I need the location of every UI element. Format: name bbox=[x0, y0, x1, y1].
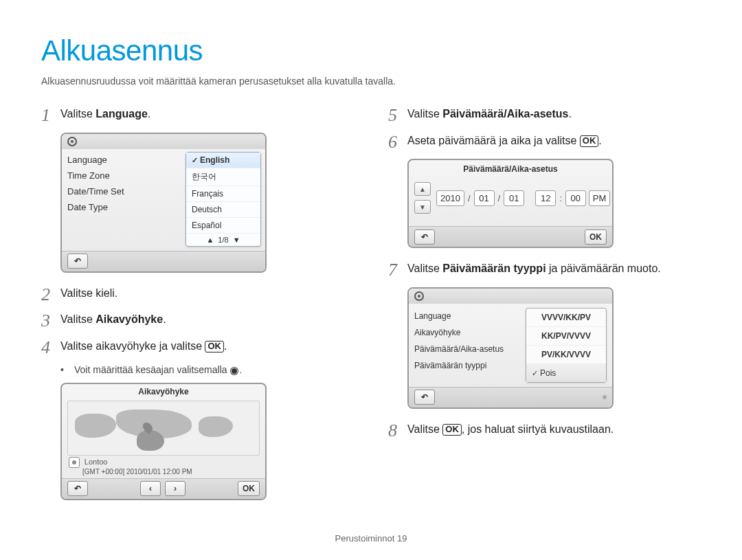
step-4-bullet-label: Voit määrittää kesäajan valitsemalla bbox=[74, 364, 229, 375]
menu-item-datetype[interactable]: Date Type bbox=[67, 199, 186, 215]
step-3-prefix: Valitse bbox=[60, 313, 95, 325]
step-1-prefix: Valitse bbox=[60, 108, 95, 120]
hour-field[interactable]: 12 bbox=[535, 190, 556, 206]
time-sep: : bbox=[559, 193, 563, 203]
ok-button[interactable]: OK bbox=[585, 229, 607, 245]
gear-icon bbox=[414, 291, 424, 301]
year-field[interactable]: 2010 bbox=[436, 190, 464, 206]
minute-field[interactable]: 00 bbox=[565, 190, 586, 206]
prev-button[interactable]: ‹ bbox=[140, 481, 161, 496]
menu-item-language[interactable]: Language bbox=[414, 308, 526, 324]
step-6-text-a: Aseta päivämäärä ja aika ja valitse bbox=[407, 135, 580, 146]
step-7-prefix: Valitse bbox=[407, 262, 442, 274]
ok-icon: OK bbox=[442, 424, 462, 435]
step-3-text: Valitse Aikavyöhyke. bbox=[60, 311, 166, 326]
chevron-up-icon[interactable]: ▲ bbox=[206, 236, 214, 244]
lang-opt-german[interactable]: Deutsch bbox=[186, 202, 260, 218]
step-1-number: 1 bbox=[41, 106, 60, 126]
lang-pager: ▲ 1/8 ▼ bbox=[186, 234, 260, 246]
lang-opt-english[interactable]: English bbox=[186, 153, 260, 168]
left-column: 1 Valitse Language. Language Time Zone D… bbox=[41, 106, 354, 513]
step-6-text: Aseta päivämäärä ja aika ja valitse OK. bbox=[407, 133, 602, 147]
back-button[interactable]: ↶ bbox=[67, 481, 88, 496]
step-5: 5 Valitse Päivämäärä/Aika-asetus. bbox=[388, 106, 701, 126]
lang-pager-text: 1/8 bbox=[218, 236, 228, 244]
ok-icon: OK bbox=[205, 341, 224, 352]
step-1-suffix: . bbox=[148, 108, 150, 120]
step-3-suffix: . bbox=[163, 313, 166, 325]
menu-item-timezone[interactable]: Time Zone bbox=[67, 168, 186, 183]
step-4-text-a: Valitse aikavyöhyke ja valitse bbox=[60, 340, 205, 352]
datetype-panel: Language Aikavyöhyke Päivämäärä/Aika-ase… bbox=[407, 287, 614, 409]
datetype-opt-off[interactable]: Pois bbox=[526, 364, 606, 382]
language-options: English 한국어 Français Deutsch Español ▲ 1… bbox=[186, 152, 261, 247]
datetime-title: Päivämäärä/Aika-asetus bbox=[409, 160, 612, 175]
timezone-info: Lontoo [GMT +00:00] 2010/01/01 12:00 PM bbox=[62, 457, 265, 478]
back-button[interactable]: ↶ bbox=[67, 254, 88, 269]
arrow-up-button[interactable]: ▲ bbox=[414, 182, 431, 196]
lang-opt-spanish[interactable]: Español bbox=[186, 218, 260, 234]
right-column: 5 Valitse Päivämäärä/Aika-asetus. 6 Aset… bbox=[388, 106, 701, 513]
step-1: 1 Valitse Language. bbox=[41, 106, 354, 126]
datetime-fields: 2010 / 01 / 01 12 : 00 PM bbox=[436, 190, 610, 206]
map-shape bbox=[75, 414, 116, 438]
map-shape bbox=[199, 416, 233, 437]
chevron-down-icon[interactable]: ▼ bbox=[233, 236, 240, 244]
timezone-location: Lontoo bbox=[85, 457, 108, 465]
ok-icon: OK bbox=[580, 135, 599, 146]
language-panel: Language Time Zone Date/Time Set Date Ty… bbox=[60, 133, 267, 273]
bullet-icon: • bbox=[60, 364, 74, 375]
footer-label: Perustoiminnot bbox=[335, 533, 397, 544]
step-8-text: Valitse OK, jos haluat siirtyä kuvaustil… bbox=[407, 421, 614, 436]
dst-toggle-icon[interactable] bbox=[69, 457, 80, 468]
next-button[interactable]: › bbox=[165, 481, 186, 496]
datetype-opt-ddmm[interactable]: PV/KK/VVVV bbox=[526, 346, 606, 364]
page-footer: Perustoiminnot 19 bbox=[0, 533, 742, 544]
month-field[interactable]: 01 bbox=[474, 190, 495, 206]
world-map[interactable] bbox=[67, 401, 260, 456]
datetype-opt-mmdd[interactable]: KK/PV/VVVV bbox=[526, 327, 606, 346]
date-sep: / bbox=[467, 193, 471, 203]
back-button[interactable]: ↶ bbox=[414, 390, 435, 405]
step-8-text-a: Valitse bbox=[407, 423, 442, 435]
step-6-number: 6 bbox=[388, 133, 407, 153]
language-panel-footer: ↶ bbox=[62, 251, 265, 271]
menu-item-datetimeset[interactable]: Date/Time Set bbox=[67, 183, 186, 199]
step-5-text: Valitse Päivämäärä/Aika-asetus. bbox=[407, 106, 572, 120]
step-5-prefix: Valitse bbox=[407, 108, 442, 120]
timezone-footer: ↶ ‹ › OK bbox=[62, 478, 265, 499]
lang-opt-french[interactable]: Français bbox=[186, 186, 260, 202]
menu-item-datetype[interactable]: Päivämäärän tyyppi bbox=[414, 357, 526, 374]
step-4-text-b: . bbox=[224, 340, 227, 352]
arrow-down-button[interactable]: ▼ bbox=[414, 200, 431, 214]
menu-item-datetimeset[interactable]: Päivämäärä/Aika-asetus bbox=[414, 341, 526, 357]
datetime-panel: Päivämäärä/Aika-asetus ▲ ▼ 2010 / 01 / 0… bbox=[407, 159, 614, 248]
back-button[interactable]: ↶ bbox=[414, 229, 435, 245]
step-4: 4 Valitse aikavyöhyke ja valitse OK. bbox=[41, 338, 354, 358]
step-3: 3 Valitse Aikavyöhyke. bbox=[41, 311, 354, 331]
step-4-bullet: • Voit määrittää kesäajan valitsemalla . bbox=[60, 364, 354, 375]
step-7: 7 Valitse Päivämäärän tyyppi ja päivämää… bbox=[388, 260, 701, 280]
lang-opt-korean[interactable]: 한국어 bbox=[186, 168, 260, 186]
step-5-bold: Päivämäärä/Aika-asetus bbox=[442, 108, 568, 120]
step-4-bullet-text: Voit määrittää kesäajan valitsemalla . bbox=[74, 364, 242, 375]
day-field[interactable]: 01 bbox=[504, 190, 524, 206]
step-4-text: Valitse aikavyöhyke ja valitse OK. bbox=[60, 338, 227, 352]
menu-item-language[interactable]: Language bbox=[67, 152, 186, 168]
ok-button[interactable]: OK bbox=[238, 481, 260, 496]
step-8: 8 Valitse OK, jos haluat siirtyä kuvaust… bbox=[388, 421, 701, 441]
step-6: 6 Aseta päivämäärä ja aika ja valitse OK… bbox=[388, 133, 701, 153]
ampm-field[interactable]: PM bbox=[589, 190, 611, 206]
page-title: Alkuasennus bbox=[41, 34, 701, 67]
step-8-number: 8 bbox=[388, 421, 407, 441]
timezone-gmt-line: [GMT +00:00] 2010/01/01 12:00 PM bbox=[82, 468, 192, 475]
datetype-options: VVVV/KK/PV KK/PV/VVVV PV/KK/VVVV Pois bbox=[526, 308, 607, 383]
step-2-text: Valitse kieli. bbox=[60, 285, 117, 300]
datetime-arrows: ▲ ▼ bbox=[414, 182, 431, 214]
step-3-bold: Aikavyöhyke bbox=[95, 313, 163, 325]
datetype-footer: ↶ bbox=[409, 387, 612, 407]
menu-item-timezone[interactable]: Aikavyöhyke bbox=[414, 324, 526, 341]
step-5-suffix: . bbox=[569, 108, 572, 120]
step-3-number: 3 bbox=[41, 311, 60, 331]
datetype-opt-yyyy[interactable]: VVVV/KK/PV bbox=[526, 309, 606, 327]
